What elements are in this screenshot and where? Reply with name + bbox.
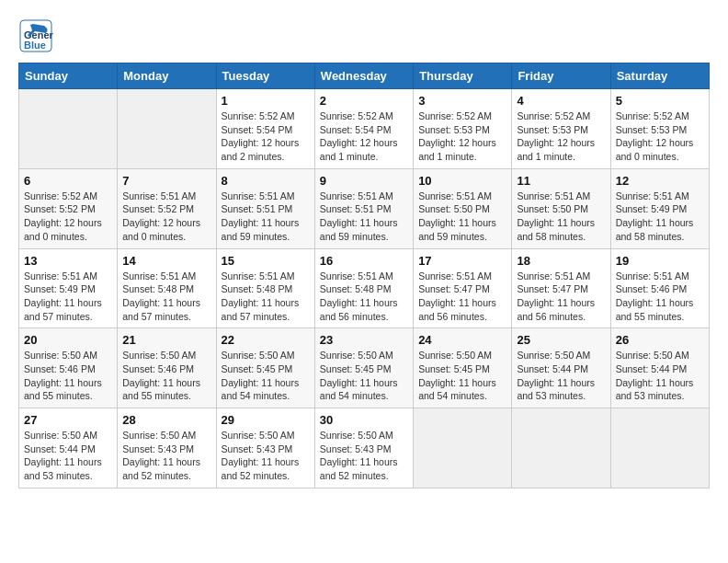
- day-info: Sunrise: 5:50 AM Sunset: 5:44 PM Dayligh…: [517, 349, 605, 403]
- day-info: Sunrise: 5:52 AM Sunset: 5:53 PM Dayligh…: [616, 109, 704, 164]
- day-info: Sunrise: 5:51 AM Sunset: 5:50 PM Dayligh…: [418, 190, 506, 244]
- calendar-cell: 6Sunrise: 5:52 AM Sunset: 5:52 PM Daylig…: [19, 168, 118, 248]
- calendar-week-4: 20Sunrise: 5:50 AM Sunset: 5:46 PM Dayli…: [19, 328, 710, 408]
- calendar-cell: 19Sunrise: 5:51 AM Sunset: 5:46 PM Dayli…: [610, 248, 709, 328]
- calendar-cell: 22Sunrise: 5:50 AM Sunset: 5:45 PM Dayli…: [216, 328, 314, 408]
- weekday-header-monday: Monday: [118, 63, 216, 89]
- calendar-table: SundayMondayTuesdayWednesdayThursdayFrid…: [18, 63, 710, 488]
- day-number: 24: [418, 333, 506, 347]
- day-number: 23: [320, 333, 408, 347]
- day-number: 19: [616, 254, 704, 268]
- day-number: 20: [24, 333, 112, 347]
- calendar-cell: 16Sunrise: 5:51 AM Sunset: 5:48 PM Dayli…: [314, 248, 413, 328]
- day-info: Sunrise: 5:51 AM Sunset: 5:50 PM Dayligh…: [517, 190, 605, 244]
- weekday-header-thursday: Thursday: [414, 63, 512, 89]
- day-info: Sunrise: 5:51 AM Sunset: 5:51 PM Dayligh…: [320, 190, 408, 244]
- calendar-cell: 8Sunrise: 5:51 AM Sunset: 5:51 PM Daylig…: [216, 168, 314, 248]
- day-number: 8: [222, 174, 310, 188]
- day-info: Sunrise: 5:52 AM Sunset: 5:52 PM Dayligh…: [24, 190, 112, 244]
- day-info: Sunrise: 5:51 AM Sunset: 5:52 PM Dayligh…: [122, 190, 210, 244]
- calendar-header: SundayMondayTuesdayWednesdayThursdayFrid…: [19, 63, 710, 89]
- calendar-cell: 26Sunrise: 5:50 AM Sunset: 5:44 PM Dayli…: [610, 328, 709, 408]
- weekday-header-saturday: Saturday: [610, 63, 709, 89]
- day-info: Sunrise: 5:50 AM Sunset: 5:43 PM Dayligh…: [320, 429, 408, 483]
- day-number: 13: [24, 254, 112, 268]
- day-number: 14: [122, 254, 210, 268]
- calendar-cell: 27Sunrise: 5:50 AM Sunset: 5:44 PM Dayli…: [19, 408, 118, 488]
- day-number: 25: [517, 333, 605, 347]
- day-info: Sunrise: 5:52 AM Sunset: 5:54 PM Dayligh…: [320, 109, 408, 164]
- calendar-cell: 23Sunrise: 5:50 AM Sunset: 5:45 PM Dayli…: [314, 328, 413, 408]
- day-info: Sunrise: 5:50 AM Sunset: 5:43 PM Dayligh…: [122, 429, 210, 483]
- weekday-header-friday: Friday: [512, 63, 610, 89]
- day-number: 22: [222, 333, 310, 347]
- calendar-cell: 9Sunrise: 5:51 AM Sunset: 5:51 PM Daylig…: [314, 168, 413, 248]
- day-info: Sunrise: 5:51 AM Sunset: 5:48 PM Dayligh…: [122, 270, 210, 324]
- calendar-cell: [610, 408, 709, 488]
- logo: General Blue: [18, 18, 57, 53]
- calendar-cell: 1Sunrise: 5:52 AM Sunset: 5:54 PM Daylig…: [216, 89, 314, 169]
- weekday-header-tuesday: Tuesday: [216, 63, 314, 89]
- day-info: Sunrise: 5:50 AM Sunset: 5:44 PM Dayligh…: [616, 349, 704, 403]
- day-info: Sunrise: 5:51 AM Sunset: 5:47 PM Dayligh…: [517, 270, 605, 324]
- day-number: 6: [24, 174, 112, 188]
- calendar-cell: 7Sunrise: 5:51 AM Sunset: 5:52 PM Daylig…: [118, 168, 216, 248]
- calendar-week-3: 13Sunrise: 5:51 AM Sunset: 5:49 PM Dayli…: [19, 248, 710, 328]
- weekday-header-sunday: Sunday: [19, 63, 118, 89]
- calendar-cell: 2Sunrise: 5:52 AM Sunset: 5:54 PM Daylig…: [314, 89, 413, 169]
- day-number: 30: [320, 413, 408, 427]
- day-number: 3: [418, 94, 506, 108]
- calendar-cell: 21Sunrise: 5:50 AM Sunset: 5:46 PM Dayli…: [118, 328, 216, 408]
- day-number: 27: [24, 413, 112, 427]
- calendar-cell: 17Sunrise: 5:51 AM Sunset: 5:47 PM Dayli…: [414, 248, 512, 328]
- day-info: Sunrise: 5:51 AM Sunset: 5:51 PM Dayligh…: [222, 190, 310, 244]
- day-number: 5: [616, 94, 704, 108]
- day-info: Sunrise: 5:50 AM Sunset: 5:46 PM Dayligh…: [24, 349, 112, 403]
- calendar-cell: 4Sunrise: 5:52 AM Sunset: 5:53 PM Daylig…: [512, 89, 610, 169]
- day-info: Sunrise: 5:52 AM Sunset: 5:54 PM Dayligh…: [222, 109, 310, 164]
- day-number: 7: [122, 174, 210, 188]
- day-info: Sunrise: 5:50 AM Sunset: 5:45 PM Dayligh…: [320, 349, 408, 403]
- day-info: Sunrise: 5:50 AM Sunset: 5:45 PM Dayligh…: [222, 349, 310, 403]
- day-number: 16: [320, 254, 408, 268]
- day-info: Sunrise: 5:50 AM Sunset: 5:46 PM Dayligh…: [122, 349, 210, 403]
- logo-icon: General Blue: [18, 18, 53, 53]
- day-info: Sunrise: 5:50 AM Sunset: 5:45 PM Dayligh…: [418, 349, 506, 403]
- calendar-cell: [512, 408, 610, 488]
- calendar-cell: 13Sunrise: 5:51 AM Sunset: 5:49 PM Dayli…: [19, 248, 118, 328]
- calendar-cell: 11Sunrise: 5:51 AM Sunset: 5:50 PM Dayli…: [512, 168, 610, 248]
- day-info: Sunrise: 5:50 AM Sunset: 5:43 PM Dayligh…: [222, 429, 310, 483]
- weekday-row: SundayMondayTuesdayWednesdayThursdayFrid…: [19, 63, 710, 89]
- weekday-header-wednesday: Wednesday: [314, 63, 413, 89]
- calendar-cell: 24Sunrise: 5:50 AM Sunset: 5:45 PM Dayli…: [414, 328, 512, 408]
- day-number: 11: [517, 174, 605, 188]
- day-number: 12: [616, 174, 704, 188]
- calendar-cell: 20Sunrise: 5:50 AM Sunset: 5:46 PM Dayli…: [19, 328, 118, 408]
- day-info: Sunrise: 5:51 AM Sunset: 5:49 PM Dayligh…: [24, 270, 112, 324]
- day-info: Sunrise: 5:51 AM Sunset: 5:48 PM Dayligh…: [222, 270, 310, 324]
- calendar-cell: 5Sunrise: 5:52 AM Sunset: 5:53 PM Daylig…: [610, 89, 709, 169]
- calendar-cell: 25Sunrise: 5:50 AM Sunset: 5:44 PM Dayli…: [512, 328, 610, 408]
- calendar-cell: 10Sunrise: 5:51 AM Sunset: 5:50 PM Dayli…: [414, 168, 512, 248]
- day-number: 15: [222, 254, 310, 268]
- calendar-cell: 3Sunrise: 5:52 AM Sunset: 5:53 PM Daylig…: [414, 89, 512, 169]
- calendar-cell: 14Sunrise: 5:51 AM Sunset: 5:48 PM Dayli…: [118, 248, 216, 328]
- calendar-cell: 18Sunrise: 5:51 AM Sunset: 5:47 PM Dayli…: [512, 248, 610, 328]
- calendar-week-5: 27Sunrise: 5:50 AM Sunset: 5:44 PM Dayli…: [19, 408, 710, 488]
- calendar-cell: 30Sunrise: 5:50 AM Sunset: 5:43 PM Dayli…: [314, 408, 413, 488]
- svg-text:Blue: Blue: [24, 40, 46, 51]
- day-info: Sunrise: 5:51 AM Sunset: 5:46 PM Dayligh…: [616, 270, 704, 324]
- calendar-body: 1Sunrise: 5:52 AM Sunset: 5:54 PM Daylig…: [19, 89, 710, 488]
- day-info: Sunrise: 5:50 AM Sunset: 5:44 PM Dayligh…: [24, 429, 112, 483]
- calendar-cell: [414, 408, 512, 488]
- day-number: 28: [122, 413, 210, 427]
- day-info: Sunrise: 5:51 AM Sunset: 5:49 PM Dayligh…: [616, 190, 704, 244]
- day-info: Sunrise: 5:52 AM Sunset: 5:53 PM Dayligh…: [517, 109, 605, 164]
- day-info: Sunrise: 5:52 AM Sunset: 5:53 PM Dayligh…: [418, 109, 506, 164]
- calendar-week-1: 1Sunrise: 5:52 AM Sunset: 5:54 PM Daylig…: [19, 89, 710, 169]
- calendar-cell: 12Sunrise: 5:51 AM Sunset: 5:49 PM Dayli…: [610, 168, 709, 248]
- calendar-cell: 28Sunrise: 5:50 AM Sunset: 5:43 PM Dayli…: [118, 408, 216, 488]
- day-number: 17: [418, 254, 506, 268]
- day-number: 9: [320, 174, 408, 188]
- day-number: 1: [222, 94, 310, 108]
